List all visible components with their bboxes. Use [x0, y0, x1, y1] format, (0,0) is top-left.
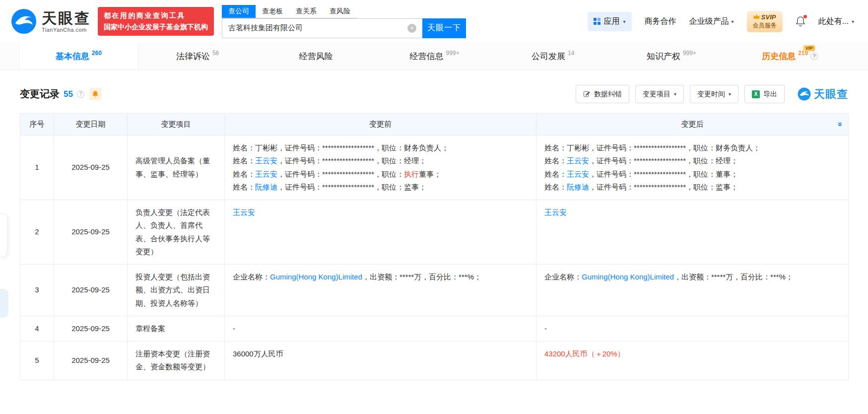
user-menu[interactable]: 此处有... ▾	[818, 16, 854, 27]
side-widget-top[interactable]	[0, 213, 7, 257]
tab-legal-litigation[interactable]: 法律诉讼56	[138, 43, 257, 69]
nav-enterprise-products[interactable]: 企业级产品 ▾	[689, 16, 734, 27]
col-before: 变更前	[225, 114, 536, 136]
tianyancha-watermark-icon	[798, 87, 811, 101]
clear-icon[interactable]: ×	[407, 24, 416, 33]
tab-history-info[interactable]: 历史信息219?VIP	[731, 43, 849, 69]
cell-date: 2025-09-25	[54, 200, 128, 265]
tab-count: 999+	[446, 50, 460, 57]
tianyancha-logo[interactable]: 天眼查 TianYanCha.com	[11, 8, 91, 34]
diff-highlight: 43200人民币（＋20%）	[544, 349, 625, 358]
export-button[interactable]: X 导出	[744, 85, 785, 103]
excel-icon: X	[752, 90, 760, 98]
entity-link[interactable]: Guming(Hong Kong)Limited	[270, 273, 362, 281]
col-date: 变更日期	[54, 114, 128, 136]
cell-text: ，出资额：*****万，百分比：***%；	[674, 273, 793, 281]
alarm-bell-icon	[92, 90, 99, 98]
section-title: 变更记录	[20, 87, 60, 101]
info-icon[interactable]: ?	[810, 53, 818, 60]
table-body: 12025-09-25高级管理人员备案（董事、监事、经理等）姓名：丁彬彬，证件号…	[20, 136, 849, 380]
section-count: 55	[64, 89, 73, 99]
tab-basic-info[interactable]: 基本信息260	[19, 43, 138, 69]
edit-document-icon	[583, 90, 591, 98]
cell-before: 36000万人民币	[225, 342, 536, 380]
help-icon[interactable]: ?	[77, 90, 84, 98]
table-row: 32025-09-25投资人变更（包括出资额、出资方式、出资日期、投资人名称等）…	[20, 265, 849, 316]
notification-bell[interactable]	[796, 16, 805, 27]
cell-before: 姓名：丁彬彬，证件号码：******************，职位：财务负责人；…	[225, 136, 536, 200]
search-button[interactable]: 天眼一下	[422, 18, 466, 38]
table-row: 22025-09-25负责人变更（法定代表人、负责人、首席代表、合伙事务执行人等…	[20, 200, 849, 265]
export-label: 导出	[763, 90, 777, 99]
tab-intellectual-property[interactable]: 知识产权999+	[612, 43, 731, 69]
entity-link[interactable]: 王云安	[255, 156, 277, 165]
table-row: 42025-09-25章程备案--	[20, 316, 849, 341]
filter-change-time-button[interactable]: 变更时间 ▾	[690, 85, 738, 103]
cell-date: 2025-09-25	[54, 316, 128, 341]
logo-domain: TianYanCha.com	[42, 27, 91, 33]
tab-label: 经营信息	[410, 51, 444, 62]
subscribe-bell-button[interactable]	[89, 88, 102, 100]
entity-link[interactable]: 王云安	[233, 208, 255, 216]
tab-label: 法律诉讼	[176, 51, 210, 62]
search-tab-1[interactable]: 查公司	[222, 5, 256, 18]
header-right: 应用 ▾ 商务合作 企业级产品 ▾ SVIP 会员服务 此处有...	[588, 11, 854, 32]
tab-operation-risk[interactable]: 经营风险	[257, 43, 375, 69]
tab-operation-info[interactable]: 经营信息999+	[375, 43, 494, 69]
entity-link[interactable]: 王云安	[544, 208, 567, 216]
col-item: 变更项目	[128, 114, 225, 136]
section-head: 变更记录 55 ? 数据纠错 变更项目 ▾ 变更时间 ▾	[20, 85, 848, 103]
cell-text: 企业名称：	[544, 273, 582, 281]
table-header-row: 序号 变更日期 变更项目 变更前 变更后 »	[20, 114, 849, 136]
cell-text: ，证件号码：******************，职位：监事；	[589, 183, 738, 191]
watermark-text: 天眼查	[814, 87, 848, 102]
cell-before: 王云安	[225, 200, 536, 265]
entity-link[interactable]: 阮修迪	[567, 183, 589, 191]
entity-link[interactable]: Guming(Hong Kong)Limited	[582, 273, 674, 281]
cell-text: -	[233, 324, 235, 333]
table-row: 52025-09-25注册资本变更（注册资金、资金数额等变更）36000万人民币…	[20, 342, 849, 380]
collapse-icon[interactable]: »	[836, 122, 845, 126]
search-input[interactable]	[222, 24, 422, 32]
chevron-down-icon: ▾	[623, 19, 626, 24]
filter-change-item-label: 变更项目	[643, 90, 670, 99]
cell-item: 高级管理人员备案（董事、监事、经理等）	[128, 136, 225, 200]
cell-before: -	[225, 316, 536, 341]
col-after-label: 变更后	[681, 120, 704, 128]
cell-text: 36000万人民币	[233, 349, 283, 358]
cell-seq: 1	[20, 136, 54, 200]
cell-text: 姓名：丁彬彬，证件号码：******************，职位：财务负责人；	[544, 143, 760, 152]
cell-item: 注册资本变更（注册资金、资金数额等变更）	[128, 342, 225, 380]
side-widget-bottom[interactable]	[0, 289, 8, 318]
slogan-line2: 国家中小企业发展子基金旗下机构	[104, 21, 208, 33]
data-correction-button[interactable]: 数据纠错	[576, 85, 629, 103]
chevron-down-icon: ▾	[729, 91, 731, 97]
entity-link[interactable]: 王云安	[567, 170, 589, 178]
svip-badge[interactable]: SVIP 会员服务	[747, 11, 783, 32]
search-tab-4[interactable]: 查风险	[323, 5, 357, 18]
main-content: 变更记录 55 ? 数据纠错 变更项目 ▾ 变更时间 ▾	[0, 85, 868, 380]
cell-text: 姓名：	[544, 183, 567, 191]
tab-company-development[interactable]: 公司发展14	[494, 43, 612, 69]
svip-sublabel: 会员服务	[753, 21, 777, 30]
entity-link[interactable]: 阮修迪	[255, 183, 277, 191]
search-tab-3[interactable]: 查关系	[289, 5, 323, 18]
tianyancha-logo-icon	[11, 8, 37, 34]
cell-text: ，证件号码：******************，职位：经理；	[589, 156, 738, 165]
search-block: 查公司查老板查关系查风险 × 天眼一下	[222, 5, 466, 38]
cell-seq: 3	[20, 265, 54, 316]
filter-change-item-button[interactable]: 变更项目 ▾	[635, 85, 684, 103]
col-after: 变更后 »	[536, 114, 849, 136]
entity-link[interactable]: 王云安	[255, 170, 277, 178]
search-tab-2[interactable]: 查老板	[256, 5, 289, 18]
entity-link[interactable]: 王云安	[567, 156, 589, 165]
tab-label: 经营风险	[299, 51, 333, 62]
slogan-badge: 都在用的商业查询工具 国家中小企业发展子基金旗下机构	[98, 7, 214, 36]
cell-before: 企业名称：Guming(Hong Kong)Limited，出资额：*****万…	[225, 265, 536, 316]
apps-menu[interactable]: 应用 ▾	[588, 12, 632, 31]
tab-count: 56	[212, 50, 219, 57]
change-records-table: 序号 变更日期 变更项目 变更前 变更后 » 12025-09-25高级管理人员…	[20, 113, 849, 380]
data-correction-label: 数据纠错	[594, 90, 622, 99]
nav-business-cooperation[interactable]: 商务合作	[645, 16, 676, 27]
tab-label: 公司发展	[532, 51, 565, 62]
